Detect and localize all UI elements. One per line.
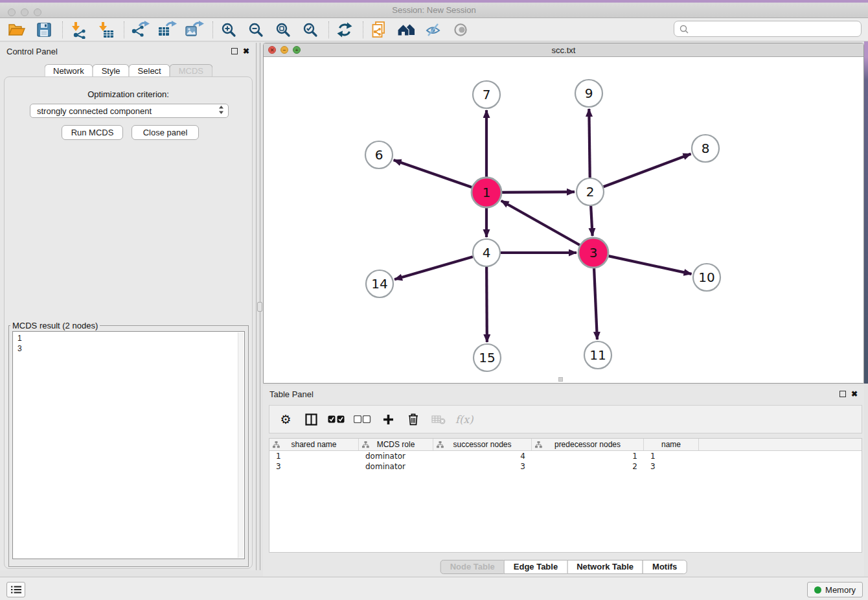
tab-node-table[interactable]: Node Table: [440, 560, 505, 574]
homes-icon[interactable]: [396, 20, 417, 40]
column-header-name[interactable]: name: [644, 439, 699, 450]
table-panel-tabs: Node Table Edge Table Network Table Moti…: [440, 560, 687, 574]
memory-button[interactable]: Memory: [807, 582, 863, 597]
zoom-out-icon[interactable]: [246, 20, 266, 40]
table-cell[interactable]: 1: [269, 451, 359, 461]
tree-icon: [362, 441, 369, 450]
edge-4-15[interactable]: [486, 267, 487, 342]
node-9[interactable]: 9: [575, 80, 602, 107]
table-cell[interactable]: dominator: [359, 461, 433, 472]
tab-network[interactable]: Network: [44, 64, 93, 77]
svg-text:6: 6: [375, 147, 383, 163]
node-14[interactable]: 14: [366, 270, 393, 297]
column-header-predecessor-nodes[interactable]: predecessor nodes: [532, 439, 644, 450]
node-4[interactable]: 4: [473, 239, 500, 266]
node-7[interactable]: 7: [473, 81, 500, 108]
float-panel-icon[interactable]: [231, 48, 238, 54]
criterion-selected-value: strongly connected component: [37, 106, 152, 116]
edge-4-14[interactable]: [394, 257, 473, 279]
deselect-all-icon[interactable]: [354, 410, 371, 429]
scrollbar-track[interactable]: [238, 332, 244, 558]
export-image-icon[interactable]: [184, 20, 205, 40]
tab-mcds[interactable]: MCDS: [170, 64, 212, 77]
table-cell[interactable]: 1: [644, 451, 699, 461]
table-cell[interactable]: 3: [269, 461, 359, 472]
delete-table-icon[interactable]: [430, 410, 447, 429]
node-3[interactable]: 3: [578, 238, 608, 268]
zoom-selected-icon[interactable]: [300, 20, 321, 40]
close-panel-icon[interactable]: ✖: [851, 391, 858, 397]
duplicate-network-icon[interactable]: [369, 20, 389, 40]
edge-2-8[interactable]: [604, 154, 691, 187]
svg-text:7: 7: [483, 87, 491, 102]
add-column-icon[interactable]: [380, 410, 396, 429]
mcds-result-list[interactable]: 13: [12, 331, 245, 559]
gear-icon[interactable]: ⚙: [277, 410, 294, 429]
criterion-select[interactable]: strongly connected component: [30, 104, 229, 118]
export-table-icon[interactable]: [157, 20, 177, 40]
window-close-icon[interactable]: [8, 8, 16, 16]
edge-1-2[interactable]: [502, 192, 575, 192]
export-network-icon[interactable]: [130, 20, 150, 40]
tab-style[interactable]: Style: [93, 64, 130, 77]
folder-open-icon[interactable]: [6, 20, 27, 40]
zoom-in-icon[interactable]: [218, 20, 239, 40]
table-cell[interactable]: 2: [532, 461, 644, 472]
run-mcds-button[interactable]: Run MCDS: [62, 125, 123, 140]
table-cell[interactable]: 3: [433, 461, 532, 472]
import-network-icon[interactable]: [68, 20, 89, 40]
toolbar-separator: [62, 21, 63, 38]
split-pane-icon[interactable]: [303, 410, 319, 429]
tree-icon: [535, 441, 542, 450]
select-all-icon[interactable]: [328, 410, 345, 429]
tab-motifs[interactable]: Motifs: [643, 560, 687, 574]
close-panel-button[interactable]: Close panel: [131, 125, 199, 140]
window-minimize-icon[interactable]: [21, 8, 29, 16]
table-row[interactable]: 1dominator411: [269, 451, 862, 461]
network-window-titlebar[interactable]: ✕ − + scc.txt: [264, 43, 863, 57]
tab-edge-table[interactable]: Edge Table: [504, 560, 567, 574]
column-header-successor-nodes[interactable]: successor nodes: [433, 439, 532, 450]
resize-grip-icon[interactable]: [558, 377, 563, 382]
edge-2-3[interactable]: [591, 206, 592, 236]
column-header-MCDS-role[interactable]: MCDS role: [359, 439, 433, 450]
task-history-button[interactable]: [6, 582, 25, 597]
node-8[interactable]: 8: [692, 135, 719, 162]
table-cell[interactable]: 3: [644, 461, 699, 472]
close-panel-icon[interactable]: ✖: [243, 48, 249, 54]
node-6[interactable]: 6: [365, 141, 393, 168]
table-row[interactable]: 3dominator323: [269, 461, 862, 472]
tab-select[interactable]: Select: [129, 64, 170, 77]
column-header-shared-name[interactable]: shared name: [269, 439, 359, 450]
control-panel-title: Control Panel: [6, 47, 58, 56]
float-panel-icon[interactable]: [839, 391, 846, 397]
eye-slash-icon[interactable]: [423, 20, 444, 40]
zoom-fit-icon[interactable]: [273, 20, 293, 40]
eye-icon[interactable]: [450, 20, 471, 40]
search-input[interactable]: [692, 24, 856, 34]
node-10[interactable]: 10: [693, 264, 720, 291]
node-2[interactable]: 2: [577, 178, 604, 205]
node-1[interactable]: 1: [472, 178, 501, 207]
table-cell[interactable]: 1: [532, 451, 644, 461]
table-cell[interactable]: 4: [433, 451, 532, 461]
import-table-icon[interactable]: [95, 20, 116, 40]
delete-icon[interactable]: [405, 410, 422, 429]
refresh-icon[interactable]: [334, 20, 355, 40]
function-builder-icon[interactable]: f(x): [455, 410, 473, 429]
edge-3-10[interactable]: [608, 256, 691, 274]
save-icon[interactable]: [34, 20, 54, 40]
splitter-grip-icon[interactable]: [257, 302, 262, 312]
edge-3-11[interactable]: [594, 268, 597, 340]
panel-splitter[interactable]: [257, 43, 263, 570]
window-zoom-icon[interactable]: [34, 8, 41, 16]
edge-2-9[interactable]: [589, 109, 589, 178]
node-11[interactable]: 11: [584, 341, 611, 369]
node-15[interactable]: 15: [474, 344, 501, 371]
table-cell[interactable]: dominator: [359, 451, 433, 461]
edge-1-6[interactable]: [394, 160, 472, 187]
tab-network-table[interactable]: Network Table: [567, 560, 643, 574]
edge-3-1[interactable]: [501, 201, 580, 245]
search-box[interactable]: [674, 21, 862, 37]
network-canvas[interactable]: 1234678910111415: [264, 57, 863, 383]
